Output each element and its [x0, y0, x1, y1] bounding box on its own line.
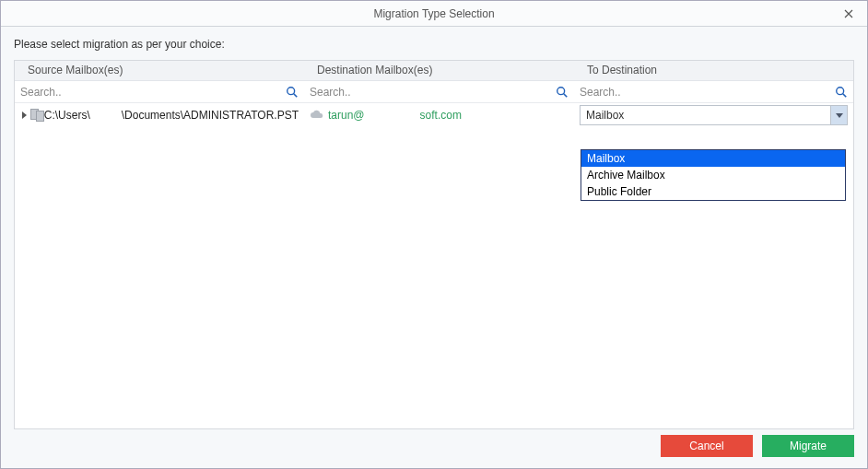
source-path: C:\Users\\Documents\ADMINISTRATOR.PST — [44, 109, 299, 122]
close-button[interactable] — [830, 1, 867, 27]
source-cell[interactable]: C:\Users\\Documents\ADMINISTRATOR.PST — [15, 109, 304, 122]
combo-selected-value: Mailbox — [581, 109, 830, 122]
title-bar: Migration Type Selection — [1, 1, 867, 27]
search-input-destination[interactable] — [304, 83, 574, 101]
expand-icon[interactable] — [22, 111, 27, 119]
destination-address: tarun@soft.com — [328, 109, 462, 122]
header-source: Source Mailbox(es) — [15, 61, 304, 80]
migrate-button[interactable]: Migrate — [762, 435, 854, 457]
footer-buttons: Cancel Migrate — [661, 435, 854, 457]
dropdown-option-public-folder[interactable]: Public Folder — [581, 183, 845, 200]
search-input-todestination[interactable] — [574, 83, 853, 101]
chevron-down-icon — [836, 113, 843, 118]
file-icon — [30, 109, 41, 122]
destination-cell[interactable]: tarun@soft.com — [304, 108, 574, 123]
column-headers: Source Mailbox(es) Destination Mailbox(e… — [15, 61, 853, 81]
dropdown-option-mailbox[interactable]: Mailbox — [581, 150, 845, 167]
cloud-icon — [310, 108, 324, 123]
table-row: C:\Users\\Documents\ADMINISTRATOR.PST ta… — [15, 103, 853, 127]
header-destination: Destination Mailbox(es) — [304, 61, 574, 80]
migration-panel: Source Mailbox(es) Destination Mailbox(e… — [14, 60, 854, 429]
header-to-destination: To Destination — [574, 61, 853, 80]
search-row — [15, 81, 853, 103]
cancel-button[interactable]: Cancel — [661, 435, 753, 457]
content-area: Please select migration as per your choi… — [1, 27, 867, 468]
to-destination-cell: Mailbox — [574, 105, 853, 125]
close-icon — [844, 9, 853, 18]
search-input-source[interactable] — [15, 83, 304, 101]
instruction-text: Please select migration as per your choi… — [14, 38, 854, 51]
window-title: Migration Type Selection — [373, 7, 494, 20]
dropdown-option-archive-mailbox[interactable]: Archive Mailbox — [581, 167, 845, 183]
destination-type-combo[interactable]: Mailbox — [580, 105, 848, 125]
destination-type-dropdown[interactable]: Mailbox Archive Mailbox Public Folder — [581, 149, 846, 201]
combo-dropdown-button[interactable] — [830, 106, 847, 124]
